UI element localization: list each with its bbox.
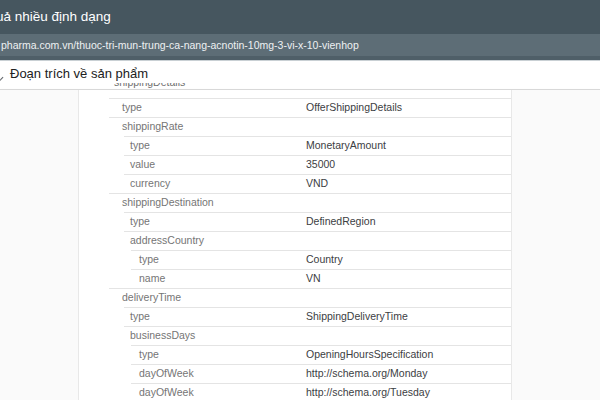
property-value: http://schema.org/Monday — [306, 364, 427, 383]
table-row: value35000 — [79, 155, 511, 174]
property-name: type — [130, 212, 150, 231]
table-row: typeMonetaryAmount — [79, 136, 511, 155]
section-title: Đoạn trích về sản phẩm — [10, 66, 148, 81]
property-name: value — [130, 155, 155, 174]
property-value: MonetaryAmount — [306, 136, 386, 155]
property-name: type — [130, 136, 150, 155]
table-row: currencyVND — [79, 174, 511, 193]
row-separator — [131, 269, 511, 270]
property-name: shippingDestination — [122, 193, 214, 212]
table-row: typeOpeningHoursSpecification — [79, 345, 511, 364]
page-title: uả nhiều định dạng — [0, 0, 111, 34]
property-name: type — [139, 250, 159, 269]
property-value: ShippingDeliveryTime — [306, 307, 408, 326]
structured-data-table: typeOfferShippingDetailsshippingRatetype… — [78, 90, 512, 400]
table-row: dayOfWeekhttp://schema.org/Monday — [79, 364, 511, 383]
table-row: typeShippingDeliveryTime — [79, 307, 511, 326]
property-name: type — [139, 345, 159, 364]
table-row: typeCountry — [79, 250, 511, 269]
property-name: name — [139, 269, 165, 288]
property-name: shippingRate — [122, 117, 183, 136]
table-row: typeDefinedRegion — [79, 212, 511, 231]
table-row: typeOfferShippingDetails — [79, 98, 511, 117]
property-name: currency — [130, 174, 170, 193]
property-value: VND — [306, 174, 328, 193]
table-row: businessDays — [79, 326, 511, 345]
property-name: type — [122, 98, 142, 117]
property-name: type — [130, 307, 150, 326]
rich-results-screen: uả nhiều định dạng pharma.com.vn/thuoc-t… — [0, 0, 600, 400]
property-value: OpeningHoursSpecification — [306, 345, 433, 364]
table-row: shippingRate — [79, 117, 511, 136]
property-name: deliveryTime — [122, 288, 181, 307]
clipped-row-remainder — [79, 90, 511, 98]
property-value: Country — [306, 250, 343, 269]
property-name: businessDays — [130, 326, 195, 345]
section-header[interactable]: Đoạn trích về sản phẩm — [0, 61, 600, 89]
property-value: http://schema.org/Tuesday — [306, 383, 430, 400]
property-value: OfferShippingDetails — [306, 98, 402, 117]
property-name: addressCountry — [130, 231, 204, 250]
table-row: addressCountry — [79, 231, 511, 250]
property-name: dayOfWeek — [139, 383, 194, 400]
property-value: DefinedRegion — [306, 212, 375, 231]
property-name: dayOfWeek — [139, 364, 194, 383]
url-bar: pharma.com.vn/thuoc-tri-mun-trung-ca-nan… — [0, 34, 600, 56]
table-row: dayOfWeekhttp://schema.org/Tuesday — [79, 383, 511, 400]
table-row: shippingDestination — [79, 193, 511, 212]
scroll-content: typeOfferShippingDetailsshippingRatetype… — [0, 90, 600, 400]
tested-url-link[interactable]: pharma.com.vn/thuoc-tri-mun-trung-ca-nan… — [1, 34, 359, 56]
table-row: deliveryTime — [79, 288, 511, 307]
table-row: nameVN — [79, 269, 511, 288]
chevron-down-icon[interactable] — [0, 72, 3, 81]
property-value: VN — [306, 269, 321, 288]
app-title-bar: uả nhiều định dạng — [0, 0, 600, 34]
property-value: 35000 — [306, 155, 335, 174]
